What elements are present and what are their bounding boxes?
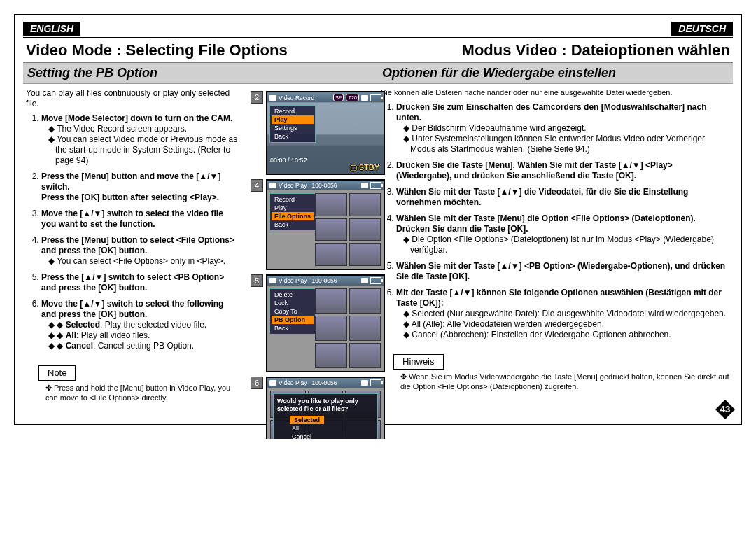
step-6-en: Move the [▲/▼] switch to select the foll… (41, 299, 238, 351)
steps-en: Move [Mode Selector] down to turn on the… (26, 113, 238, 351)
screen-row-5: 5 Video Play 100-0056 Delete Lock Copy T… (251, 274, 387, 372)
battery-icon (370, 277, 382, 284)
step-4-de-a: Die Option <File Options> (Dateioptionen… (403, 234, 730, 255)
menu-item: Play (272, 204, 314, 212)
thumb (315, 343, 347, 368)
dialog-question: Would you like to play only selected fil… (277, 398, 374, 413)
camera-icon (270, 380, 276, 386)
card-icon (361, 95, 368, 101)
titles-row: Video Mode : Selecting File Options Modu… (23, 37, 733, 63)
step-2-en-sub: Press the [OK] button after selecting <P… (41, 192, 219, 202)
step-1-de-title: Drücken Sie zum Einschalten des Camcorde… (396, 102, 706, 122)
camera-icon (270, 95, 276, 101)
screen2-topbar: Video Record SF 720 (267, 92, 384, 103)
step-3-en: Move the [▲/▼] switch to select the vide… (41, 209, 238, 230)
manual-page: ENGLISH DEUTSCH Video Mode : Selecting F… (14, 14, 742, 425)
page-number: 43 (715, 399, 736, 420)
step-1-en-b: You can select Video mode or Previous mo… (48, 134, 238, 166)
step-6-en-b: ◆ All: Play all video files. (48, 330, 238, 341)
step-3-de: Wählen Sie mit der Taste [▲/▼] die Video… (396, 187, 730, 208)
thumb (315, 218, 347, 241)
screen-video-play-6: Video Play 100-0056 (266, 377, 385, 439)
note-box-de: Hinweis (393, 354, 444, 370)
thumb (349, 218, 382, 241)
step-4-en: Press the [Menu] button to select <File … (41, 235, 238, 267)
dialog-overlay: Would you like to play only selected fil… (273, 393, 378, 439)
dialog-opt-all: All (290, 424, 374, 433)
content-columns: You can play all files continuously or p… (23, 84, 733, 403)
step-badge-2: 2 (251, 91, 263, 104)
camera-icon (270, 183, 276, 188)
menu-item: Back (272, 220, 314, 229)
thumbnail-grid (315, 288, 381, 368)
screen-row-2: 2 Video Record SF 720 Record Play (251, 91, 387, 175)
menu-item: Copy To (272, 307, 314, 316)
step-2-de-title: Drücken Sie die Taste [Menu]. Wählen Sie… (396, 160, 673, 181)
thumb (349, 316, 382, 341)
screen-row-6: 6 Video Play 100-0056 (251, 377, 387, 439)
screen5-menu: Delete Lock Copy To PB Option Back (270, 288, 316, 335)
screen4-file: 100-0056 (312, 182, 337, 189)
language-bar: ENGLISH DEUTSCH (23, 22, 733, 36)
card-icon (361, 183, 368, 188)
camera-icon (270, 278, 276, 283)
step-4-en-a: You can select <File Options> only in <P… (48, 256, 238, 267)
step-badge-4: 4 (251, 179, 263, 192)
thumbnail-grid (315, 193, 381, 266)
intro-de: Sie können alle Dateien nacheinander ode… (381, 84, 730, 102)
title-de: Modus Video : Dateioptionen wählen (378, 38, 733, 62)
screen5-file: 100-0056 (312, 277, 337, 284)
step-2-de: Drücken Sie die Taste [Menu]. Wählen Sie… (396, 160, 730, 181)
screen6-file: 100-0056 (312, 379, 337, 386)
screen-video-record: Video Record SF 720 Record Play Settings… (266, 91, 385, 175)
step-5-en: Press the [▲/▼] switch to select <PB Opt… (41, 272, 238, 293)
thumb (315, 243, 347, 266)
step-4-en-title: Press the [Menu] button to select <File … (41, 235, 234, 255)
screen-row-4: 4 Video Play 100-0056 Record Play File O… (251, 179, 387, 270)
screen5-title: Video Play (279, 277, 307, 284)
screen4-menu: Record Play File Options Back (270, 193, 316, 231)
menu-item-highlight: PB Option (272, 316, 314, 324)
step-5-en-title: Press the [▲/▼] switch to select <PB Opt… (41, 272, 224, 293)
step-1-en-title: Move [Mode Selector] down to turn on the… (41, 113, 232, 123)
menu-item: Record (272, 195, 314, 204)
screenshots-column: 2 Video Record SF 720 Record Play (251, 91, 387, 439)
card-icon (361, 380, 368, 386)
menu-item: Record (272, 107, 314, 115)
step-6-de-a: Selected (Nur ausgewählte Datei): Die au… (403, 309, 730, 319)
thumb (315, 193, 347, 216)
screen2-menu: Record Play Settings Back (270, 105, 316, 143)
thumb (315, 316, 347, 341)
step-1-en: Move [Mode Selector] down to turn on the… (41, 113, 238, 166)
step-2-en: Press the [Menu] button and move the [▲/… (41, 171, 238, 203)
dialog-opt-cancel: Cancel (290, 433, 374, 439)
step-6-en-a: ◆ Selected: Play the selected video file… (48, 320, 238, 330)
battery-icon (370, 94, 382, 101)
thumb (349, 243, 382, 266)
menu-item: Lock (272, 299, 314, 307)
screen4-title: Video Play (279, 182, 307, 189)
battery-icon (370, 182, 382, 189)
step-badge-5: 5 (251, 274, 263, 287)
step-6-en-c: ◆ Cancel: Cancel setting PB Option. (48, 341, 238, 351)
screen6-topbar: Video Play 100-0056 (267, 378, 384, 388)
menu-item: Delete (272, 290, 314, 299)
step-3-de-title: Wählen Sie mit der Taste [▲/▼] die Video… (396, 187, 688, 207)
screen4-topbar: Video Play 100-0056 (267, 181, 384, 190)
lang-deutsch-tab: DEUTSCH (671, 22, 733, 36)
step-badge-6: 6 (251, 377, 263, 389)
menu-item-highlight: Play (272, 115, 314, 124)
step-2-en-title: Press the [Menu] button and move the [▲/… (41, 171, 220, 192)
badge-720: 720 (346, 94, 359, 101)
stby-label: ▢ STBY (350, 163, 379, 172)
step-6-de: Mit der Taste [▲/▼] können Sie folgende … (396, 288, 730, 340)
lang-english-tab: ENGLISH (23, 22, 80, 36)
screen2-title: Video Record (279, 94, 314, 101)
column-deutsch: Sie können alle Dateien nacheinander ode… (378, 84, 733, 403)
step-6-en-title: Move the [▲/▼] switch to select the foll… (41, 299, 223, 319)
step-4-de: Wählen Sie mit der Taste [Menu] die Opti… (396, 213, 730, 255)
step-5-de-title: Wählen Sie mit der Taste [▲/▼] <PB Optio… (396, 261, 725, 281)
note-box-en: Note (38, 365, 76, 381)
badge-sf: SF (333, 94, 344, 101)
subtitle-en: Setting the PB Option (23, 63, 378, 84)
